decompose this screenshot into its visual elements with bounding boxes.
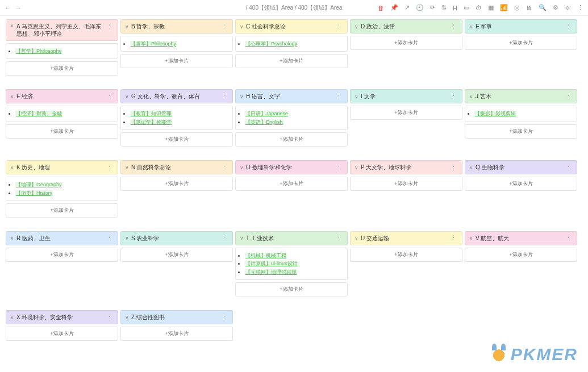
target-icon[interactable]: ◎: [514, 4, 520, 11]
lane-menu-icon[interactable]: ⋮: [564, 93, 573, 100]
card[interactable]: 【经济】财商、金融: [6, 106, 118, 122]
refresh-icon[interactable]: ⟳: [430, 4, 435, 11]
card[interactable]: 【地理】Geography【历史】History: [6, 177, 118, 201]
lane-menu-icon[interactable]: ⋮: [220, 23, 228, 30]
breadcrumb-b[interactable]: 400【领域】Area: [298, 5, 342, 11]
lane-header[interactable]: ∨Q 生物科学⋮: [465, 160, 577, 174]
lane-menu-icon[interactable]: ⋮: [105, 164, 114, 171]
lane-header[interactable]: ∨X 环境科学、安全科学⋮: [6, 310, 118, 324]
lane-header[interactable]: ∨H 语言、文字⋮: [235, 89, 348, 103]
card-link[interactable]: 【教育】知识管理: [130, 111, 172, 116]
card-link[interactable]: 【互联网】地理信息规: [245, 269, 297, 275]
lane-header[interactable]: ∨J 艺术⋮: [465, 89, 577, 103]
lane-header[interactable]: ∨K 历史、地理⋮: [6, 160, 118, 174]
add-card-button[interactable]: +添加卡片: [6, 124, 118, 139]
add-card-button[interactable]: +添加卡片: [6, 327, 118, 341]
card-link[interactable]: 【摄影】影视剪辑: [474, 111, 516, 116]
col-icon[interactable]: ▭: [464, 4, 469, 11]
lane-menu-icon[interactable]: ⋮: [335, 235, 343, 242]
card[interactable]: 【摄影】影视剪辑: [465, 106, 577, 122]
lane-header[interactable]: ∨O 数理科学和化学⋮: [235, 160, 348, 174]
lane-menu-icon[interactable]: ⋮: [220, 164, 228, 171]
card-link[interactable]: 【心理学】Psychology: [245, 41, 298, 47]
card[interactable]: 【哲学】Philosophy: [6, 43, 118, 59]
add-card-button[interactable]: +添加卡片: [120, 248, 233, 262]
wifi-icon[interactable]: 📶: [500, 4, 508, 11]
share-icon[interactable]: ↗: [404, 4, 410, 11]
lane-header[interactable]: ∨Z 综合性图书⋮: [120, 310, 233, 324]
card-link[interactable]: 【计算机】ui-linux设计: [245, 261, 298, 266]
add-card-button[interactable]: +添加卡片: [350, 248, 462, 262]
add-card-button[interactable]: +添加卡片: [465, 177, 577, 191]
lane-menu-icon[interactable]: ⋮: [449, 235, 458, 242]
lane-header[interactable]: ∨V 航空、航天⋮: [465, 231, 577, 245]
add-card-button[interactable]: +添加卡片: [120, 177, 233, 191]
lane-menu-icon[interactable]: ⋮: [220, 93, 228, 100]
lane-menu-icon[interactable]: ⋮: [335, 164, 343, 171]
add-card-button[interactable]: +添加卡片: [120, 54, 233, 68]
pin-icon[interactable]: 📌: [390, 4, 398, 11]
lane-header[interactable]: ∨U 交通运输⋮: [350, 231, 462, 245]
forward-arrow-icon[interactable]: →: [15, 4, 22, 12]
card[interactable]: 【教育】知识管理【笔记学】智能学: [120, 106, 233, 130]
lane-menu-icon[interactable]: ⋮: [564, 235, 573, 242]
add-card-button[interactable]: +添加卡片: [120, 327, 233, 341]
add-card-button[interactable]: +添加卡片: [235, 132, 348, 147]
settings-icon[interactable]: ⛭: [565, 5, 571, 11]
add-card-button[interactable]: +添加卡片: [6, 203, 118, 218]
add-card-button[interactable]: +添加卡片: [6, 248, 118, 262]
add-card-button[interactable]: +添加卡片: [235, 282, 348, 296]
lane-menu-icon[interactable]: ⋮: [105, 235, 114, 242]
card-link[interactable]: 【历史】History: [15, 190, 53, 196]
lane-header[interactable]: ∨A 马克思主义、列宁主义、毛泽东思想、邓小平理论⋮: [6, 19, 118, 41]
card-link[interactable]: 【哲学】Philosophy: [130, 41, 177, 47]
add-card-button[interactable]: +添加卡片: [465, 248, 577, 262]
card-link[interactable]: 【机械】机械工程: [245, 253, 287, 258]
lane-header[interactable]: ∨T 工业技术⋮: [235, 231, 348, 245]
breadcrumb[interactable]: / 400【领域】Area / 400【领域】Area: [246, 4, 343, 12]
lane-menu-icon[interactable]: ⋮: [449, 93, 458, 100]
lane-header[interactable]: ∨B 哲学、宗教⋮: [120, 19, 233, 34]
lane-header[interactable]: ∨E 军事⋮: [465, 19, 577, 34]
recent-icon[interactable]: 🕘: [416, 4, 424, 11]
add-card-button[interactable]: +添加卡片: [465, 36, 577, 50]
card[interactable]: 【日语】Japanese【英语】English: [235, 106, 348, 130]
lane-menu-icon[interactable]: ⋮: [564, 164, 573, 171]
add-card-button[interactable]: +添加卡片: [120, 132, 233, 147]
lane-menu-icon[interactable]: ⋮: [564, 23, 573, 30]
lane-menu-icon[interactable]: ⋮: [449, 164, 458, 171]
lane-header[interactable]: ∨I 文学⋮: [350, 89, 462, 103]
card-link[interactable]: 【哲学】Philosophy: [15, 48, 62, 54]
lane-header[interactable]: ∨D 政治、法律⋮: [350, 19, 462, 34]
sort-icon[interactable]: ⇅: [441, 4, 447, 11]
add-card-button[interactable]: +添加卡片: [350, 36, 462, 50]
card[interactable]: 【哲学】Philosophy: [120, 36, 233, 52]
search-icon[interactable]: 🔍: [539, 4, 547, 11]
card-link[interactable]: 【英语】English: [245, 119, 283, 125]
card-link[interactable]: 【日语】Japanese: [245, 111, 289, 116]
lane-menu-icon[interactable]: ⋮: [105, 93, 114, 100]
lane-menu-icon[interactable]: ⋮: [220, 314, 228, 321]
clock-icon[interactable]: ⏱: [476, 5, 482, 11]
lane-header[interactable]: ∨S 农业科学⋮: [120, 231, 233, 245]
lane-menu-icon[interactable]: ⋮: [335, 23, 343, 30]
gear-icon[interactable]: ⚙: [553, 4, 558, 11]
card-link[interactable]: 【经济】财商、金融: [15, 111, 62, 116]
h-icon[interactable]: H: [453, 5, 457, 11]
card[interactable]: 【心理学】Psychology: [235, 36, 348, 52]
add-card-button[interactable]: +添加卡片: [235, 54, 348, 68]
lane-header[interactable]: ∨P 天文学、地球科学⋮: [350, 160, 462, 174]
lane-header[interactable]: ∨F 经济⋮: [6, 89, 118, 103]
lane-menu-icon[interactable]: ⋮: [449, 23, 458, 30]
doc-icon[interactable]: 🗎: [526, 5, 532, 11]
lane-header[interactable]: ∨C 社会科学总论⋮: [235, 19, 348, 34]
lane-header[interactable]: ∨R 医药、卫生⋮: [6, 231, 118, 245]
lane-menu-icon[interactable]: ⋮: [220, 235, 228, 242]
card-link[interactable]: 【地理】Geography: [15, 182, 62, 187]
lane-menu-icon[interactable]: ⋮: [105, 314, 114, 321]
grid-icon[interactable]: ▦: [488, 4, 494, 11]
add-card-button[interactable]: +添加卡片: [235, 177, 348, 191]
breadcrumb-a[interactable]: 400【领域】Area: [249, 5, 293, 11]
card-link[interactable]: 【笔记学】智能学: [130, 119, 172, 125]
add-card-button[interactable]: +添加卡片: [350, 177, 462, 191]
